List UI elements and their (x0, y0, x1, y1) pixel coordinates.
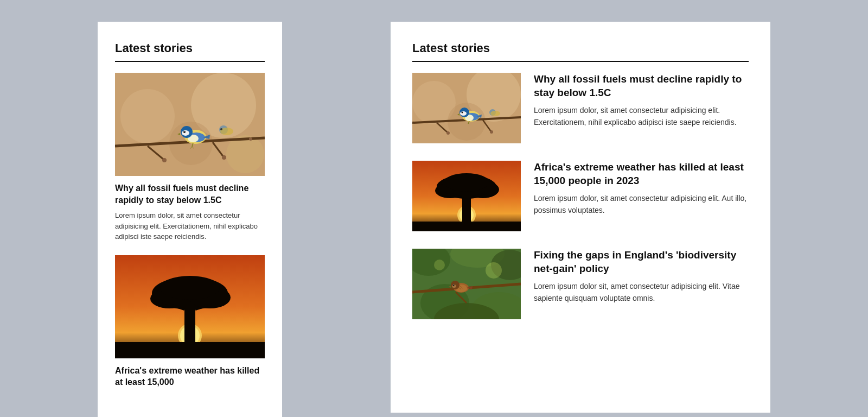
svg-point-16 (183, 131, 186, 133)
svg-point-44 (446, 131, 450, 135)
article-image-smallbird-right (412, 249, 521, 319)
svg-rect-30 (184, 307, 195, 345)
article-image-tree-left (115, 255, 265, 358)
article-image-bird-right (412, 73, 521, 143)
left-divider (115, 61, 265, 62)
bird-illustration-left (115, 73, 265, 176)
right-section-title: Latest stories (412, 41, 749, 55)
article-content-biodiversity-right: Fixing the gaps in England's 'biodiversi… (534, 249, 749, 305)
svg-point-78 (434, 260, 445, 270)
svg-point-25 (220, 128, 222, 130)
svg-point-34 (160, 276, 220, 300)
left-section-title: Latest stories (115, 41, 265, 55)
article-content-fossil-fuels-right: Why all fossil fuels must decline rapidl… (534, 73, 749, 129)
svg-point-77 (486, 262, 502, 279)
svg-point-9 (222, 155, 226, 160)
article-image-tree-right (412, 161, 521, 231)
svg-rect-61 (462, 196, 471, 224)
article-africa-weather-left[interactable]: Africa's extreme weather has killed at l… (115, 255, 265, 388)
svg-point-83 (453, 285, 455, 286)
article-biodiversity-right[interactable]: Fixing the gaps in England's 'biodiversi… (412, 249, 749, 319)
article-title-fossil-fuels-left: Why all fossil fuels must decline rapidl… (115, 182, 265, 206)
svg-point-17 (184, 131, 184, 132)
article-excerpt-africa-weather-right: Lorem ipsum dolor, sit amet consectetur … (534, 193, 749, 216)
svg-point-15 (182, 130, 189, 136)
svg-point-45 (490, 130, 493, 134)
article-fossil-fuels-left[interactable]: Why all fossil fuels must decline rapidl… (115, 73, 265, 242)
bird-illustration-right (412, 73, 521, 143)
tree-illustration-left (115, 255, 265, 358)
svg-point-65 (444, 173, 489, 192)
svg-point-56 (490, 111, 500, 116)
right-panel: Latest stories (391, 22, 770, 413)
svg-point-8 (162, 158, 167, 162)
left-panel: Latest stories (98, 22, 282, 417)
article-title-fossil-fuels-right: Why all fossil fuels must decline rapidl… (534, 73, 749, 99)
article-fossil-fuels-right[interactable]: Why all fossil fuels must decline rapidl… (412, 73, 749, 143)
tree-illustration-right (412, 161, 521, 231)
svg-point-1 (120, 89, 175, 143)
smallbird-illustration-right (412, 249, 521, 319)
article-excerpt-fossil-fuels-left: Lorem ipsum dolor, sit amet consectetur … (115, 210, 265, 242)
article-content-africa-weather-right: Africa's extreme weather has killed at l… (534, 161, 749, 217)
svg-point-84 (453, 285, 454, 285)
page-wrapper: Latest stories (0, 22, 868, 417)
article-title-africa-weather-right: Africa's extreme weather has killed at l… (534, 161, 749, 187)
svg-point-10 (249, 137, 252, 141)
right-divider (412, 61, 749, 62)
svg-point-50 (460, 111, 467, 116)
article-image-bird-left (115, 73, 265, 176)
svg-point-51 (462, 112, 463, 113)
article-excerpt-fossil-fuels-right: Lorem ipsum dolor, sit amet consectetur … (534, 105, 749, 128)
article-title-biodiversity-right: Fixing the gaps in England's 'biodiversi… (534, 249, 749, 275)
article-africa-weather-right[interactable]: Africa's extreme weather has killed at l… (412, 161, 749, 231)
article-title-africa-weather-left: Africa's extreme weather has killed at l… (115, 365, 265, 388)
article-excerpt-biodiversity-right: Lorem ipsum dolor sit, amet consectetur … (534, 281, 749, 304)
